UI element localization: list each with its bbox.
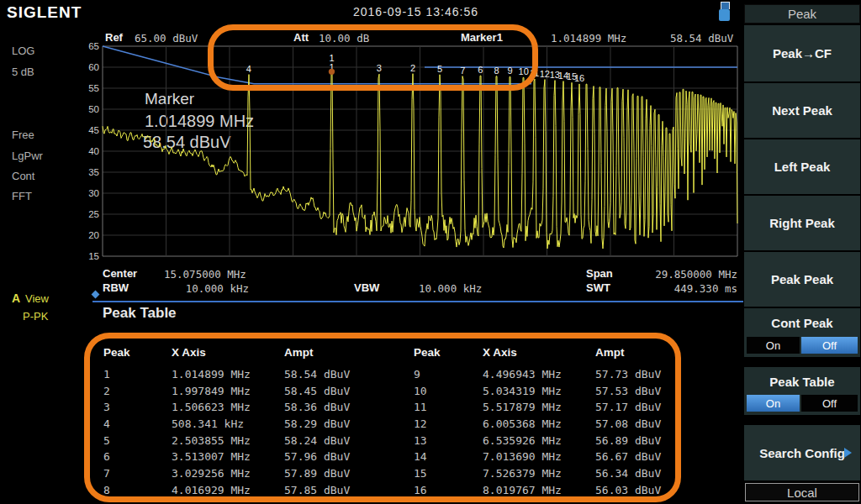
center-label: Center: [103, 267, 137, 280]
svg-text:25: 25: [88, 209, 99, 219]
peak-number: 3: [103, 401, 110, 413]
usb-icon: [719, 2, 732, 23]
svg-text:50: 50: [88, 104, 99, 114]
peak-amplitude: 56.03 dBuV: [595, 484, 661, 496]
siglent-logo: SIGLENT: [7, 3, 82, 22]
spectrum-graph: 6560555045403530252015112345678910111213…: [0, 0, 861, 504]
svg-text:20: 20: [88, 230, 99, 240]
peak-to-cf-button[interactable]: Peak→CF: [744, 25, 860, 81]
span-value: 29.850000 MHz: [580, 268, 737, 281]
svg-text:1: 1: [329, 62, 334, 72]
right-peak-button[interactable]: Right Peak: [744, 196, 860, 250]
usb-body-icon: [719, 9, 730, 21]
cont-peak-label: Cont Peak: [744, 316, 860, 330]
ampt-col-header: Ampt: [595, 346, 625, 359]
peak-number: 8: [103, 484, 110, 496]
peak-frequency: 1.997849 MHz: [172, 385, 251, 397]
peak-frequency: 4.016929 MHz: [172, 484, 251, 496]
cont-peak-toggle-off[interactable]: Off: [801, 337, 858, 354]
next-peak-button[interactable]: Next Peak: [744, 83, 860, 138]
peak-col-header: Peak: [414, 346, 441, 359]
peak-table-title: Peak Table: [103, 305, 177, 322]
svg-text:60: 60: [88, 62, 99, 72]
peak-frequency: 3.513007 MHz: [172, 450, 251, 463]
peak-table-toggle-off[interactable]: Off: [801, 395, 858, 412]
swt-value: 449.330 ms: [580, 282, 737, 295]
peak-amplitude: 57.08 dBuV: [595, 417, 661, 430]
att-value: 10.00 dB: [319, 32, 369, 45]
rbw-value: 10.000 kHz: [151, 282, 249, 295]
fft-label: FFT: [12, 190, 32, 202]
svg-text:11: 11: [530, 68, 539, 78]
ref-label: Ref: [105, 31, 123, 44]
xaxis-col-header: X Axis: [483, 346, 517, 359]
peak-amplitude: 58.36 dBuV: [284, 401, 350, 413]
peak-frequency: 7.013690 MHz: [483, 450, 562, 463]
svg-text:65: 65: [88, 41, 99, 51]
peak-amplitude: 57.85 dBuV: [284, 484, 350, 496]
cont-peak-group: Cont Peak On Off: [744, 308, 860, 357]
svg-text:3: 3: [377, 63, 382, 73]
peak-frequency: 6.005368 MHz: [483, 417, 562, 430]
svg-text:16: 16: [574, 73, 584, 83]
section-divider: [92, 301, 747, 302]
svg-text:5: 5: [437, 64, 442, 74]
peak-table-toggle-on[interactable]: On: [747, 395, 800, 412]
svg-text:4: 4: [246, 64, 251, 74]
vbw-value: 10.000 kHz: [419, 282, 482, 295]
marker-freq: 1.014899 MHz: [551, 32, 626, 45]
rbw-label: RBW: [103, 281, 129, 294]
menu-title: Peak: [744, 4, 860, 24]
peak-frequency: 5.034319 MHz: [483, 385, 562, 397]
chevron-right-icon: [844, 448, 852, 458]
peak-amplitude: 56.34 dBuV: [595, 467, 661, 480]
peak-amplitude: 58.24 dBuV: [284, 434, 350, 447]
preamp-label: LgPwr: [12, 150, 43, 162]
trace-letter: A: [12, 291, 20, 305]
peak-amplitude: 57.89 dBuV: [284, 467, 350, 480]
ampt-col-header: Ampt: [284, 346, 314, 359]
svg-text:9: 9: [508, 66, 513, 76]
peak-amplitude: 58.45 dBuV: [284, 385, 350, 397]
peak-col-header: Peak: [103, 346, 130, 359]
svg-text:2: 2: [410, 63, 415, 73]
peak-number: 12: [414, 417, 427, 430]
search-config-button[interactable]: Search Config: [744, 425, 860, 480]
marker-annotation-freq: 1.014899 MHz: [145, 112, 254, 131]
peak-number: 10: [414, 385, 427, 397]
peak-frequency: 6.535926 MHz: [483, 434, 562, 447]
peak-number: 15: [414, 467, 427, 480]
peak-number: 16: [414, 484, 427, 496]
peak-amplitude: 58.29 dBuV: [284, 417, 350, 430]
peak-peak-button[interactable]: Peak Peak: [744, 252, 860, 307]
peak-table-group: Peak Table On Off: [744, 367, 860, 415]
peak-frequency: 8.019767 MHz: [483, 484, 562, 496]
peak-number: 9: [414, 368, 420, 381]
svg-text:6: 6: [478, 65, 483, 75]
softkey-menu: Peak Peak→CF Next Peak Left Peak Right P…: [743, 0, 861, 504]
svg-text:40: 40: [88, 146, 99, 156]
scale-per-div-label: 5 dB: [12, 66, 34, 78]
svg-text:12: 12: [540, 69, 550, 79]
vbw-label: VBW: [354, 281, 379, 294]
peak-number: 6: [103, 450, 110, 463]
svg-text:7: 7: [460, 66, 465, 76]
peak-amplitude: 57.53 dBuV: [595, 385, 661, 397]
svg-text:45: 45: [88, 125, 99, 135]
svg-text:15: 15: [567, 71, 577, 81]
left-peak-button[interactable]: Left Peak: [744, 139, 860, 194]
peak-frequency: 508.341 kHz: [172, 417, 244, 430]
analyzer-screen: SIGLENT 2016-09-15 13:46:56 LOG 5 dB Fre…: [0, 0, 861, 504]
scale-type-label: LOG: [12, 45, 34, 57]
cont-peak-toggle-on[interactable]: On: [747, 337, 800, 354]
peak-amplitude: 57.17 dBuV: [595, 401, 661, 413]
marker-annotation-ampl: 58.54 dBuV: [143, 133, 231, 152]
peak-number: 4: [103, 417, 110, 430]
svg-text:15: 15: [88, 251, 99, 261]
peak-amplitude: 57.96 dBuV: [284, 450, 350, 463]
marker-annotation-title: Marker: [145, 90, 194, 108]
local-button[interactable]: Local: [745, 483, 859, 501]
peak-amplitude: 56.89 dBuV: [595, 434, 661, 447]
xaxis-col-header: X Axis: [172, 346, 206, 359]
peak-number: 7: [103, 467, 110, 480]
